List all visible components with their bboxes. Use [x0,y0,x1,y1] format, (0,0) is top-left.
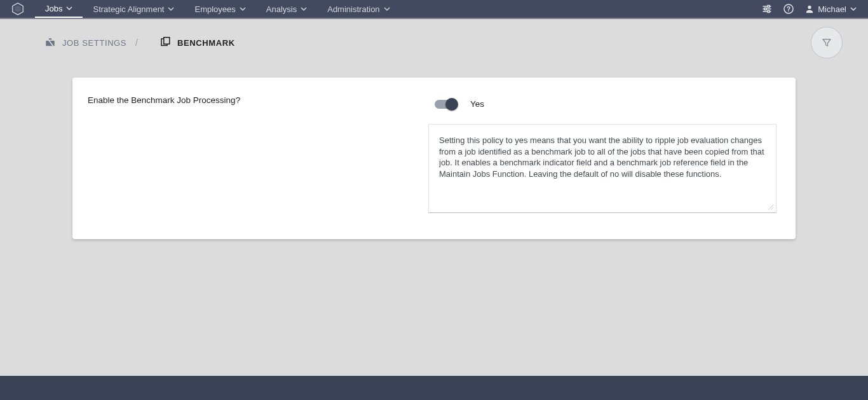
sliders-icon [762,4,772,14]
top-actions: ? Michael [762,0,868,18]
description-text[interactable] [439,135,766,195]
briefcase-icon [44,37,56,48]
help-icon: ? [783,4,794,14]
svg-text:?: ? [787,6,790,13]
chevron-down-icon [850,6,857,12]
footer-bar [0,376,868,400]
svg-rect-12 [164,38,170,45]
breadcrumb-separator: / [135,38,138,48]
nav-item-employees[interactable]: Employees [184,0,255,18]
chevron-down-icon [384,6,390,12]
toggle-row: Yes [428,93,783,109]
toggle-knob [445,98,458,111]
svg-marker-1 [14,6,20,13]
help-button[interactable]: ? [783,4,794,14]
breadcrumb-root-label: JOB SETTINGS [62,38,126,48]
user-menu[interactable]: Michael [805,4,857,14]
nav-item-label: Administration [327,4,379,14]
svg-rect-5 [768,6,770,8]
copy-icon [159,37,171,48]
hex-logo-icon [11,2,25,16]
nav-item-analysis[interactable]: Analysis [256,0,317,18]
filter-icon [821,37,832,48]
nav-item-administration[interactable]: Administration [317,0,400,18]
card-question-section: Enable the Benchmark Job Processing? [72,78,428,239]
svg-line-13 [768,205,773,210]
breadcrumb-row: JOB SETTINGS / BENCHMARK [0,19,868,66]
breadcrumb-current[interactable]: BENCHMARK [159,37,235,48]
filter-button[interactable] [811,27,843,59]
nav-items: Jobs Strategic Alignment Employees Analy… [35,0,400,18]
card-value-section: Yes [428,78,796,239]
chevron-down-icon [240,6,246,12]
chevron-down-icon [301,6,307,12]
nav-item-label: Analysis [266,4,297,14]
chevron-down-icon [66,5,72,11]
nav-item-label: Jobs [45,4,62,13]
setting-question: Enable the Benchmark Job Processing? [88,95,413,105]
svg-rect-7 [768,11,770,13]
svg-line-14 [771,207,773,210]
svg-rect-6 [764,8,766,10]
top-nav: Jobs Strategic Alignment Employees Analy… [0,0,868,18]
description-box [428,124,776,213]
user-name: Michael [818,4,846,14]
user-icon [805,4,814,13]
settings-card: Enable the Benchmark Job Processing? Yes [72,78,796,239]
resize-handle-icon[interactable] [767,203,773,210]
breadcrumb-root[interactable]: JOB SETTINGS [44,37,126,48]
app-logo[interactable] [0,0,35,18]
chevron-down-icon [168,6,174,12]
nav-item-label: Strategic Alignment [93,4,164,14]
toggle-value-label: Yes [470,99,484,109]
svg-point-10 [808,6,811,9]
breadcrumb: JOB SETTINGS / BENCHMARK [44,37,235,48]
nav-item-jobs[interactable]: Jobs [35,0,83,18]
breadcrumb-current-label: BENCHMARK [177,38,235,48]
benchmark-toggle[interactable] [435,100,456,109]
nav-item-strategic-alignment[interactable]: Strategic Alignment [83,0,184,18]
nav-item-label: Employees [194,4,235,14]
settings-sliders-button[interactable] [762,4,772,14]
